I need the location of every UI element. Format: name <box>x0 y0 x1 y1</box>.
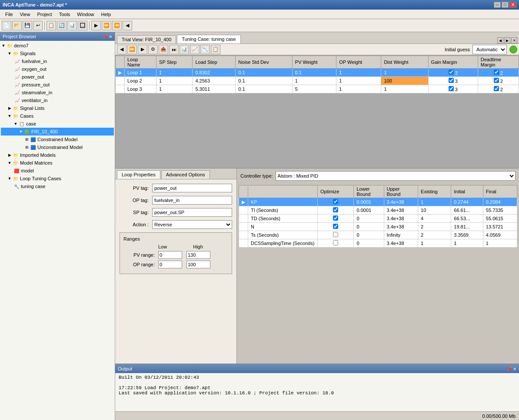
pv-tag-input[interactable] <box>152 184 232 192</box>
upper-bound-cell[interactable]: 3.4e+38 <box>384 239 418 248</box>
initial-cell[interactable]: 66.61... <box>451 206 483 215</box>
tree-model[interactable]: 🟥 model <box>1 167 114 175</box>
tree-root-demo7[interactable]: ▼ 📁 demo7 <box>1 42 114 50</box>
tree-unconstrained-model[interactable]: ⊞ 🟦 Unconstrained Model <box>1 143 114 151</box>
toolbar-btn-7[interactable]: 📊 <box>67 21 77 30</box>
tab-loop-properties[interactable]: Loop Properties <box>117 170 160 179</box>
sp-step-cell[interactable]: 1 <box>156 85 193 93</box>
gain-margin-check[interactable] <box>449 86 454 91</box>
expand-icon[interactable]: ▼ <box>18 129 23 134</box>
lower-bound-cell[interactable]: 0.0001 <box>354 206 384 215</box>
optimize-cell[interactable] <box>318 239 354 248</box>
ctrl-table-row[interactable]: N 0 3.4e+38 2 19.81... 13.5721 <box>239 223 517 231</box>
upper-bound-cell[interactable]: Infinity <box>384 231 418 239</box>
menu-view[interactable]: View <box>17 11 34 18</box>
pv-low-input[interactable] <box>158 251 182 259</box>
deadtime-margin-cell[interactable]: 2 <box>478 77 519 85</box>
tab-trial-view[interactable]: Trial View: FIR_10_400 <box>117 35 176 43</box>
optimize-check[interactable] <box>333 232 338 237</box>
upper-bound-cell[interactable]: 3.4e+38 <box>384 198 418 206</box>
op-tag-input[interactable] <box>152 196 232 205</box>
tree-case[interactable]: ▼ 📋 case <box>1 120 114 128</box>
tree-steamvalve-in[interactable]: 📈 steamvalve_in <box>1 89 114 96</box>
action-select[interactable]: Reverse Direct <box>152 220 232 229</box>
final-cell[interactable]: 4.0569 <box>483 231 517 239</box>
pv-weight-cell[interactable]: 1 <box>292 77 336 85</box>
deadtime-margin-check[interactable] <box>494 78 499 83</box>
initial-cell[interactable]: 1 <box>451 239 483 248</box>
tree-tuning-case[interactable]: 🔧 tuning case <box>1 182 114 190</box>
noise-std-cell[interactable]: 0.1 <box>236 85 293 93</box>
tree-oxygen-out[interactable]: 📈 oxygen_out <box>1 65 114 73</box>
menu-window[interactable]: Window <box>73 11 97 18</box>
tab-scroll-left[interactable]: ◀ <box>497 37 503 43</box>
tree-imported-models[interactable]: ▶ 📁 Imported Models <box>1 151 114 159</box>
expand-icon[interactable]: ▶ <box>7 152 12 158</box>
content-btn-settings[interactable]: ⚙ <box>148 45 158 54</box>
run-indicator[interactable] <box>509 46 517 53</box>
content-btn-2[interactable]: ⏩ <box>127 45 137 54</box>
optimize-check[interactable] <box>333 240 338 245</box>
op-low-input[interactable] <box>158 261 182 268</box>
save-button[interactable]: 💾 <box>23 21 32 30</box>
ctrl-table-row[interactable]: DCSSamplingTime (Seconds) 0 3.4e+38 1 1 … <box>239 239 517 248</box>
load-step-cell[interactable]: 4.2563 <box>193 77 236 85</box>
ctrl-table-row[interactable]: Ts (Seconds) 0 Infinity 2 3.3569 4.0569 <box>239 231 517 239</box>
content-btn-run[interactable]: ▶ <box>138 45 147 54</box>
gain-margin-check[interactable] <box>449 78 454 83</box>
expand-icon[interactable]: ⊞ <box>24 145 30 150</box>
tree-loop-tuning-cases[interactable]: ▼ 📁 Loop Tuning Cases <box>1 175 114 182</box>
loop-name-cell[interactable]: Loop 1 <box>125 69 156 77</box>
upper-bound-cell[interactable]: 3.4e+38 <box>384 215 418 223</box>
content-btn-chart4[interactable]: 📋 <box>211 45 220 54</box>
deadtime-margin-cell[interactable]: 2 <box>478 69 519 77</box>
tree-fir-10-400[interactable]: ▼ 🟢 FIR_10_400 <box>1 128 114 136</box>
ctrl-table-row[interactable]: TD (Seconds) 0 3.4e+38 4 66.53... 55.061… <box>239 215 517 223</box>
optimize-cell[interactable] <box>318 223 354 231</box>
tree-model-matrices[interactable]: ▼ 📁 Model Matrices <box>1 159 114 167</box>
expand-icon[interactable]: ▼ <box>7 51 12 56</box>
existing-cell[interactable]: 10 <box>418 206 451 215</box>
undo-button[interactable]: ↩ <box>33 21 43 30</box>
initial-cell[interactable]: 3.3569 <box>451 231 483 239</box>
sp-tag-input[interactable] <box>152 208 232 217</box>
lower-bound-cell[interactable]: 0 <box>354 231 384 239</box>
loop-name-cell[interactable]: Loop 3 <box>125 85 156 93</box>
deadtime-margin-check[interactable] <box>494 86 499 91</box>
content-btn-fwd[interactable]: ⏭ <box>169 45 179 54</box>
content-btn-export[interactable]: 📤 <box>159 45 168 54</box>
tree-fuelvalve-in[interactable]: 📈 fuelvalve_in <box>1 57 114 65</box>
optimize-check[interactable] <box>333 215 338 221</box>
tree-cases[interactable]: ▼ 📁 Cases <box>1 112 114 120</box>
existing-cell[interactable]: 2 <box>418 223 451 231</box>
optimize-check[interactable] <box>333 207 338 212</box>
toolbar-btn-10[interactable]: ⏩ <box>102 21 111 30</box>
expand-icon[interactable]: ▼ <box>7 160 12 165</box>
upper-bound-cell[interactable]: 3.4e+38 <box>384 206 418 215</box>
optimize-cell[interactable] <box>318 231 354 239</box>
lower-bound-cell[interactable]: 0.0001 <box>354 198 384 206</box>
toolbar-btn-5[interactable]: 📋 <box>47 21 56 30</box>
output-close-icon[interactable]: ✕ <box>513 367 516 371</box>
menu-tools[interactable]: Tools <box>56 11 74 18</box>
controller-type-select[interactable]: Alstom : Mixed PID <box>276 171 516 181</box>
pb-pin-icon[interactable]: 📌 <box>103 34 108 39</box>
content-btn-chart1[interactable]: 📊 <box>180 45 189 54</box>
deadtime-margin-cell[interactable]: 2 <box>478 85 519 93</box>
existing-cell[interactable]: 1 <box>418 198 451 206</box>
ctrl-table-row[interactable]: ▶ KP 0.0001 3.4e+38 1 0.2744 0.2084 <box>239 198 517 206</box>
toolbar-btn-11[interactable]: ⏪ <box>112 21 122 30</box>
table-row[interactable]: Loop 3 1 5.3011 0.1 5 1 1 3 2 <box>116 85 519 93</box>
noise-std-cell[interactable]: 0.1 <box>236 69 293 77</box>
table-row[interactable]: ▶ Loop 1 1 0.8302 0.1 0.1 1 1 3 2 <box>116 69 519 77</box>
final-cell[interactable]: 55.7335 <box>483 206 517 215</box>
tree-signals[interactable]: ▼ 📁 Signals <box>1 50 114 57</box>
expand-icon[interactable]: ▼ <box>1 43 6 48</box>
maximize-button[interactable]: □ <box>502 2 509 8</box>
toolbar-btn-8[interactable]: 🔲 <box>78 21 87 30</box>
toolbar-btn-9[interactable]: ▶ <box>91 21 101 30</box>
output-pin-icon[interactable]: 📌 <box>507 367 512 371</box>
optimize-cell[interactable] <box>318 198 354 206</box>
dist-weight-cell[interactable]: 100 <box>381 77 428 85</box>
op-weight-cell[interactable]: 1 <box>336 69 381 77</box>
